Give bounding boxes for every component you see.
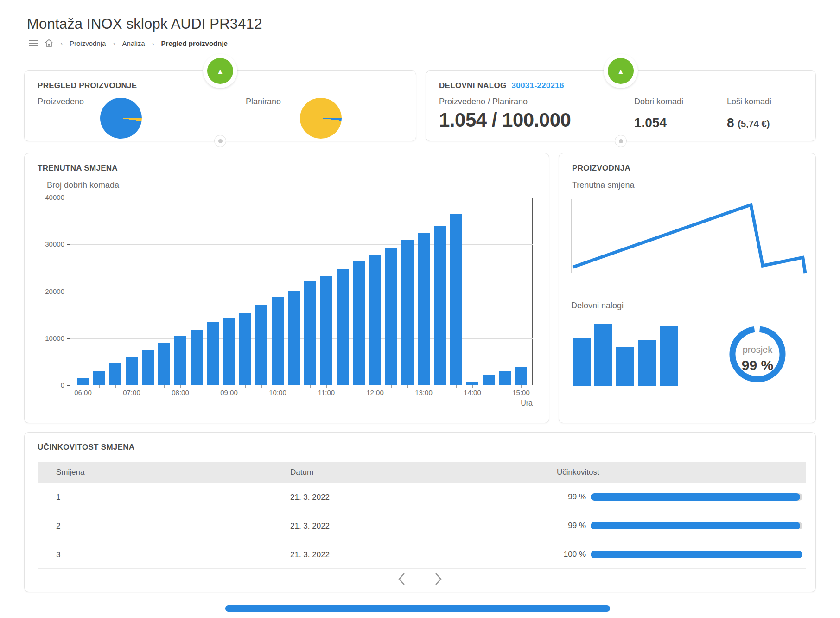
- x-tick: [407, 385, 408, 388]
- x-tick: [359, 385, 359, 388]
- minibar-2: [594, 324, 612, 386]
- bar-13:20: [434, 226, 446, 385]
- page-title: Montaža INOX sklopk AUDI PR3412: [27, 16, 262, 32]
- bad-pieces-label: Loši komadi: [727, 97, 771, 107]
- x-tick: [148, 385, 148, 388]
- y-tick: [67, 292, 70, 292]
- sparkline-label: Trenutna smjena: [572, 180, 634, 190]
- y-tick: [67, 338, 70, 339]
- efficiency-percent: 99 %: [492, 521, 591, 530]
- minibar-3: [616, 347, 634, 386]
- x-tick-label: 07:00: [118, 389, 146, 396]
- hamburger-menu-icon[interactable]: [29, 40, 38, 46]
- breadcrumb-item-analiza[interactable]: Analiza: [122, 39, 145, 47]
- efficiency-table-body: 121. 3. 202299 %221. 3. 202299 %321. 3. …: [38, 483, 806, 569]
- bar-07:40: [158, 343, 170, 385]
- produced-pie-label: Proizvedeno: [38, 97, 84, 107]
- minibar-4: [638, 340, 656, 386]
- x-tick: [99, 385, 100, 388]
- col-header-datum: Datum: [290, 468, 313, 477]
- minibar-1: [573, 338, 591, 386]
- y-tick: [67, 385, 70, 386]
- donut-label: prosjek: [734, 344, 781, 355]
- cell-smijena: 1: [56, 493, 60, 502]
- section-title-proizvodnja: PROIZVODNJA: [572, 164, 630, 173]
- bar-06:40: [109, 363, 121, 385]
- x-tick: [229, 385, 229, 388]
- planned-pie-label: Planirano: [246, 97, 281, 107]
- progress-track: [591, 493, 802, 501]
- x-tick: [278, 385, 278, 388]
- cell-smijena: 3: [56, 550, 60, 560]
- cell-ucinkovitost: 100 %: [492, 540, 806, 569]
- bar-08:40: [207, 322, 219, 385]
- x-axis-line: [70, 385, 533, 385]
- breadcrumb: › Proizvodnja › Analiza › Pregled proizv…: [29, 39, 228, 47]
- card-expand-badge: ▲: [604, 54, 638, 88]
- main-plot: 01000020000300004000006:0007:0008:0009:0…: [70, 198, 533, 385]
- bar-09:40: [255, 305, 267, 385]
- gridline: [70, 198, 533, 198]
- bar-13:00: [418, 233, 430, 385]
- horizontal-scrollbar-thumb[interactable]: [225, 605, 610, 612]
- pregled-proizvodnje-card: ▲ PREGLED PROIZVODNJE Proizvedeno Planir…: [24, 70, 416, 141]
- x-tick-label: 15:00: [507, 389, 535, 396]
- x-tick: [343, 385, 343, 388]
- bar-11:40: [353, 261, 365, 385]
- collapse-overview-card-button[interactable]: ▲: [207, 58, 233, 84]
- y-tick: [67, 198, 70, 198]
- bar-10:20: [288, 291, 300, 386]
- x-tick-label: 08:00: [166, 389, 194, 396]
- bar-14:40: [499, 371, 511, 385]
- card-expand-badge: ▲: [203, 54, 237, 88]
- produced-planned-label: Proizvedeno / Planirano: [439, 97, 528, 107]
- cell-ucinkovitost: 99 %: [492, 511, 806, 540]
- x-tick: [472, 385, 473, 388]
- x-tick: [180, 385, 181, 388]
- bad-pieces-count: 8: [727, 115, 734, 130]
- bar-10:00: [272, 297, 284, 385]
- efficiency-percent: 99 %: [492, 492, 591, 502]
- progress-fill: [591, 522, 800, 529]
- x-tick: [310, 385, 311, 388]
- x-tick-label: 12:00: [361, 389, 389, 396]
- previous-page-button[interactable]: [394, 571, 410, 587]
- ucinkovitost-smjena-card: UČINKOVITOST SMJENA Smijena Datum Učinko…: [24, 432, 816, 592]
- y-tick-label: 0: [33, 381, 64, 389]
- breadcrumb-item-current: Pregled proizvodnje: [161, 39, 228, 47]
- bar-14:20: [483, 375, 495, 385]
- y-tick-label: 20000: [33, 287, 64, 295]
- next-page-button[interactable]: [430, 571, 446, 587]
- bar-10:40: [304, 281, 316, 385]
- breadcrumb-separator: ›: [113, 39, 115, 47]
- bar-08:20: [191, 330, 203, 386]
- collapse-order-card-button[interactable]: ▲: [608, 58, 634, 84]
- progress-track: [591, 551, 802, 558]
- x-tick: [424, 385, 424, 388]
- delovni-nalogi-label: Delovni nalogi: [571, 301, 624, 311]
- bar-13:40: [450, 214, 462, 385]
- overview-card-bottom-toggle[interactable]: [214, 135, 226, 147]
- minibar-5: [660, 326, 678, 386]
- up-arrow-icon: ▲: [617, 68, 624, 75]
- bar-14:00: [466, 382, 478, 385]
- y-tick-label: 30000: [33, 240, 64, 248]
- order-card-bottom-toggle[interactable]: [615, 135, 627, 147]
- table-header-row: Smijena Datum Učinkovitost: [38, 462, 806, 483]
- section-title-ucinkovitost: UČINKOVITOST SMJENA: [38, 443, 134, 452]
- home-icon[interactable]: [45, 39, 53, 47]
- x-tick: [440, 385, 440, 388]
- donut-value: 99 %: [734, 357, 781, 373]
- x-tick: [294, 385, 294, 388]
- x-tick: [391, 385, 392, 388]
- cell-smijena: 2: [56, 522, 60, 531]
- section-title-pregled: PREGLED PROIZVODNJE: [38, 81, 137, 90]
- col-header-ucinkovitost: Učinkovitost: [557, 468, 599, 477]
- table-row-3: 321. 3. 2022100 %: [38, 540, 806, 569]
- x-tick: [197, 385, 197, 388]
- bar-11:20: [337, 269, 349, 385]
- x-tick-label: 13:00: [410, 389, 438, 396]
- breadcrumb-item-proizvodnja[interactable]: Proizvodnja: [70, 39, 106, 47]
- order-number-link[interactable]: 30031-220216: [512, 81, 564, 90]
- progress-fill: [591, 493, 800, 501]
